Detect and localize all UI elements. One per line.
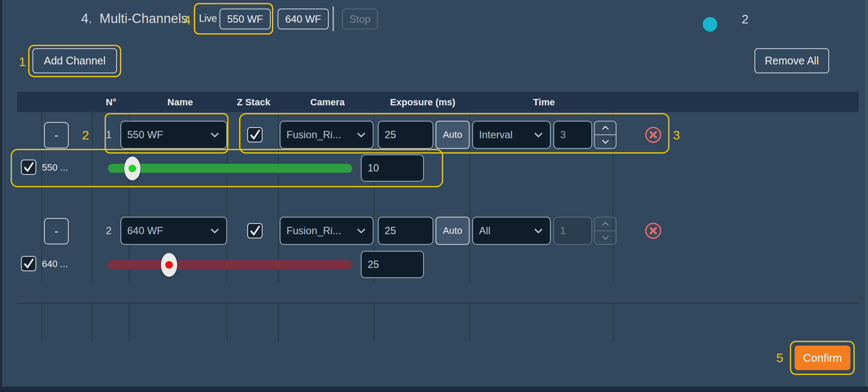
slider-thumb[interactable] [161, 253, 177, 277]
chevron-down-icon [356, 225, 367, 236]
annotation-1: 1 [19, 55, 26, 69]
check-icon [22, 257, 35, 270]
live-640wf-button[interactable]: 640 WF [278, 9, 329, 29]
time-mode-select[interactable]: All [472, 217, 551, 245]
auto-exposure-button[interactable]: Auto [435, 217, 470, 245]
grid-line [278, 112, 279, 282]
time-count-input[interactable]: 3 [553, 121, 592, 149]
delete-channel-icon [644, 221, 663, 240]
camera-select[interactable]: Fusion_Ri... [280, 121, 374, 149]
check-icon [22, 161, 35, 174]
channel-name-value: 550 WF [127, 129, 163, 141]
grid-line [41, 304, 42, 342]
slider-thumb-dot [165, 261, 173, 269]
annotation-5: 5 [776, 351, 783, 365]
remove-all-button[interactable]: Remove All [754, 48, 829, 73]
camera-value: Fusion_Ri... [286, 225, 341, 237]
check-icon [248, 224, 261, 237]
grid-line [469, 304, 470, 342]
annotation-4: 4 [184, 13, 191, 27]
intensity-value-input[interactable]: 10 [361, 154, 424, 182]
channel-number: 1 [106, 129, 111, 141]
channel-enable-checkbox[interactable] [21, 256, 36, 271]
chevron-down-icon [209, 129, 220, 140]
column-header-name: Name [167, 97, 193, 108]
grid-line [227, 304, 228, 342]
channel-slider-label: 640 ... [42, 258, 68, 270]
chevron-up-icon[interactable] [595, 122, 616, 135]
chevron-down-icon[interactable] [595, 231, 616, 244]
empty-row-top-line [17, 303, 859, 304]
exposure-input[interactable]: 25 [378, 217, 433, 245]
column-header-camera: Camera [310, 97, 345, 108]
camera-select[interactable]: Fusion_Ri... [280, 217, 374, 245]
bottom-border [0, 386, 868, 392]
time-count-stepper[interactable] [594, 217, 617, 245]
intensity-value-input[interactable]: 25 [361, 251, 424, 278]
column-header-zstack: Z Stack [237, 97, 270, 108]
auto-exposure-button[interactable]: Auto [435, 121, 470, 149]
grid-line [613, 304, 614, 342]
add-channel-button[interactable]: Add Channel [32, 48, 117, 73]
chevron-up-icon[interactable] [595, 218, 616, 231]
channel-slider-label: 550 ... [42, 162, 68, 173]
grid-line [92, 112, 93, 282]
page-title: 4. Multi-Channels [81, 11, 188, 26]
time-mode-value: Interval [479, 129, 513, 141]
chevron-down-icon [533, 129, 544, 140]
grid-line [41, 112, 42, 282]
grid-line [129, 304, 129, 342]
column-header-exposure: Exposure (ms) [390, 97, 456, 108]
live-550wf-button[interactable]: 550 WF [219, 9, 271, 29]
check-icon [248, 128, 261, 141]
delete-channel-button[interactable] [644, 125, 663, 144]
grid-line [374, 304, 374, 342]
intensity-slider[interactable] [108, 260, 352, 269]
status-indicator-dot [703, 17, 717, 32]
time-count-stepper[interactable] [594, 121, 617, 149]
chevron-down-icon [533, 225, 544, 236]
zstack-checkbox[interactable] [247, 223, 263, 238]
delete-channel-icon [644, 125, 663, 144]
indicator-count: 2 [742, 12, 748, 26]
slider-thumb-dot [129, 165, 136, 172]
grid-line [92, 304, 93, 342]
header-divider [333, 6, 334, 31]
annotation-3: 3 [673, 128, 680, 142]
delete-channel-button[interactable] [644, 221, 663, 240]
live-label: Live [199, 13, 217, 24]
channel-number: 2 [106, 225, 111, 237]
column-header-number: N° [106, 97, 117, 108]
stop-button[interactable]: Stop [342, 9, 378, 29]
time-mode-select[interactable]: Interval [472, 121, 551, 149]
scrollbar[interactable] [865, 0, 868, 386]
annotation-2: 2 [82, 128, 89, 142]
channel-enable-checkbox[interactable] [21, 160, 36, 175]
exposure-input[interactable]: 25 [378, 121, 433, 149]
camera-value: Fusion_Ri... [286, 129, 341, 141]
channel-name-select[interactable]: 640 WF [120, 217, 227, 245]
left-border [0, 0, 2, 392]
chevron-down-icon [356, 129, 367, 140]
multi-channels-panel: 4. Multi-Channels 4 Live 550 WF 640 WF S… [0, 0, 868, 392]
confirm-button[interactable]: Confirm [794, 345, 851, 371]
slider-thumb[interactable] [124, 157, 140, 180]
remove-channel-button[interactable]: - [44, 218, 69, 244]
chevron-down-icon[interactable] [595, 135, 616, 148]
remove-channel-button[interactable]: - [44, 122, 69, 148]
channel-name-value: 640 WF [127, 225, 163, 237]
time-mode-value: All [479, 225, 491, 237]
zstack-checkbox[interactable] [247, 127, 263, 142]
intensity-slider[interactable] [108, 164, 352, 173]
time-count-input[interactable]: 1 [553, 217, 592, 245]
column-header-time: Time [533, 97, 555, 108]
channel-name-select[interactable]: 550 WF [120, 121, 227, 149]
grid-line [278, 304, 279, 342]
chevron-down-icon [209, 225, 220, 236]
